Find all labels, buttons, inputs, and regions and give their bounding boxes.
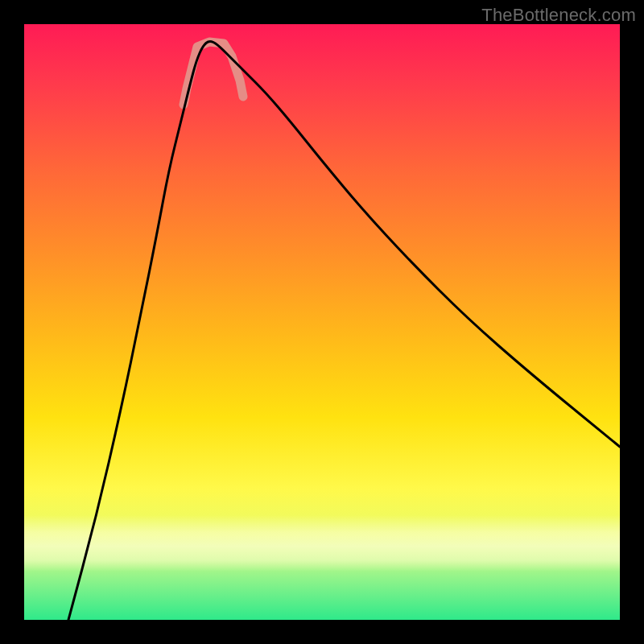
plot-area [24, 24, 620, 620]
curve-layer [24, 24, 620, 620]
valley-marker [184, 42, 243, 105]
highlight-band [24, 515, 620, 572]
bottleneck-curve [68, 41, 620, 620]
chart-stage: TheBottleneck.com [0, 0, 644, 644]
attribution-label: TheBottleneck.com [481, 5, 636, 26]
